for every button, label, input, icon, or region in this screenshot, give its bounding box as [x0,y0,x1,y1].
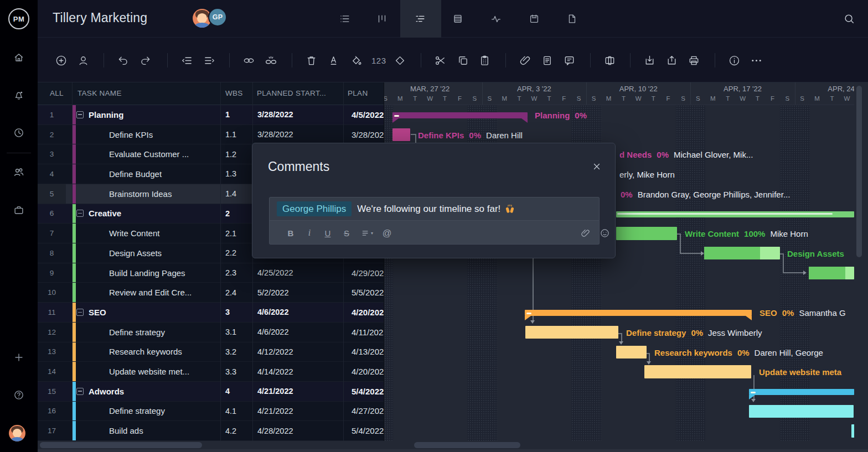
search-icon[interactable] [843,13,855,25]
format-mention-button[interactable]: @ [381,221,393,245]
task-name-cell[interactable]: Creative [76,204,220,224]
gantt-summary-bar[interactable] [749,389,854,395]
gantt-task-bar[interactable] [616,227,677,240]
gantt-task-bar[interactable] [704,247,780,260]
column-header[interactable]: PLANNED START... [257,89,326,97]
planned-start-cell[interactable]: 4/6/2022 [252,303,343,322]
notes-icon[interactable] [541,54,553,66]
format-list-button[interactable]: ▾ [361,221,373,245]
task-name-cell[interactable]: Review and Edit Cre... [76,283,220,302]
portfolio-icon[interactable] [13,204,25,216]
table-row[interactable]: 17Build ads4.24/28/20225/4/2022 [38,421,384,441]
numbers-column-button[interactable]: 123 [371,56,386,65]
planned-finish-cell[interactable]: 3/28/2022 [343,125,384,144]
import-icon[interactable] [643,54,655,66]
undo-icon[interactable] [117,54,129,66]
wbs-cell[interactable]: 3.2 [220,342,252,362]
gantt-task-bar[interactable] [809,267,854,280]
planned-start-cell[interactable]: 4/21/2022 [252,382,343,401]
planned-finish-cell[interactable]: 4/20/2022 [343,362,384,381]
collapse-icon[interactable] [76,309,84,316]
wbs-cell[interactable]: 4 [220,382,252,401]
wbs-cell[interactable]: 2.4 [220,283,252,302]
format-bold-button[interactable]: B [285,221,297,245]
add-icon[interactable] [13,351,25,363]
column-header[interactable]: WBS [225,89,243,97]
gantt-hscrollbar[interactable] [414,442,520,448]
table-row[interactable]: 11SEO34/6/20224/20/2022 [38,303,384,323]
bar-handle[interactable] [526,313,531,314]
planned-start-cell[interactable]: 4/21/2022 [252,402,343,421]
column-header[interactable]: PLAN [348,89,368,97]
time-icon[interactable] [13,127,25,139]
paste-icon[interactable] [478,54,490,66]
wbs-cell[interactable]: 3 [220,303,252,322]
gantt-task-bar[interactable] [616,346,647,359]
assign-user-icon[interactable] [77,54,89,66]
table-row[interactable]: 15Adwords44/21/20225/4/2022 [38,382,384,402]
wbs-cell[interactable]: 1 [220,105,252,124]
outdent-icon[interactable] [180,54,193,66]
tab-docs-view[interactable] [566,13,578,25]
columns-icon[interactable] [603,54,616,66]
wbs-cell[interactable]: 3.3 [220,362,252,381]
tab-gantt-view[interactable] [414,13,426,25]
info-icon[interactable] [728,54,740,66]
planned-start-cell[interactable]: 3/28/2022 [252,125,343,144]
gantt-task-bar[interactable] [749,405,854,418]
bar-handle[interactable] [394,115,399,117]
help-icon[interactable] [13,389,25,401]
milestone-icon[interactable] [394,54,406,66]
format-italic-button[interactable]: i [303,221,316,245]
task-name-cell[interactable]: Build Landing Pages [76,263,220,283]
wbs-cell[interactable]: 3.1 [220,323,252,342]
planned-start-cell[interactable]: 4/14/2022 [252,362,343,381]
wbs-cell[interactable]: 4.2 [220,421,252,440]
table-row[interactable]: 13Research keywords3.24/12/20224/13/2022 [38,342,384,362]
tab-board-view[interactable] [376,13,388,25]
wbs-cell[interactable]: 1.2 [220,144,252,164]
tab-sheet-view[interactable] [452,13,464,25]
planned-finish-cell[interactable]: 5/5/2022 [343,283,384,302]
table-row[interactable]: 16Define strategy4.14/21/20224/27/2022 [38,402,384,422]
planned-finish-cell[interactable]: 4/5/2022 [343,105,384,124]
font-color-icon[interactable] [327,54,339,66]
gantt-task-bar[interactable] [851,424,854,438]
gantt-summary-bar[interactable] [616,211,854,217]
bar-handle[interactable] [751,392,756,393]
gantt-summary-bar[interactable] [392,112,528,118]
print-icon[interactable] [688,54,700,66]
avatar-gp[interactable]: GP [208,8,227,27]
planned-start-cell[interactable]: 4/12/2022 [252,342,343,362]
planned-finish-cell[interactable]: 4/11/2022 [343,323,384,342]
gantt-summary-bar[interactable] [525,310,752,316]
task-name-cell[interactable]: Build ads [76,421,220,440]
table-row[interactable]: 12Define strategy3.14/6/20224/11/2022 [38,323,384,342]
notifications-icon[interactable] [13,89,25,101]
task-name-cell[interactable]: Design Assets [76,243,220,263]
gantt-vscrollbar[interactable] [856,86,862,257]
attachment-icon[interactable] [519,54,531,66]
task-name-cell[interactable]: SEO [76,303,220,322]
tab-calendar-view[interactable] [528,13,540,25]
cut-icon[interactable] [434,54,446,66]
task-name-cell[interactable]: Define strategy [76,402,220,421]
copy-icon[interactable] [457,54,469,66]
planned-finish-cell[interactable]: 4/13/2022 [343,342,384,362]
emoji-icon[interactable] [598,221,611,245]
export-icon[interactable] [665,54,678,66]
comment-icon[interactable] [563,54,575,66]
task-name-cell[interactable]: Adwords [76,382,220,401]
collapse-icon[interactable] [76,388,84,395]
task-name-cell[interactable]: Update website met... [76,362,220,381]
close-icon[interactable] [592,162,602,172]
wbs-cell[interactable]: 2.1 [220,224,252,243]
unlink-tasks-icon[interactable] [265,54,277,66]
task-name-cell[interactable]: Write Content [76,224,220,243]
planned-finish-cell[interactable]: 4/20/2022 [343,303,384,322]
fill-color-icon[interactable] [350,54,362,66]
wbs-cell[interactable]: 2.2 [220,243,252,263]
table-hscrollbar[interactable] [40,442,202,448]
tab-activity-view[interactable] [490,13,502,25]
planned-finish-cell[interactable]: 4/27/2022 [343,402,384,421]
